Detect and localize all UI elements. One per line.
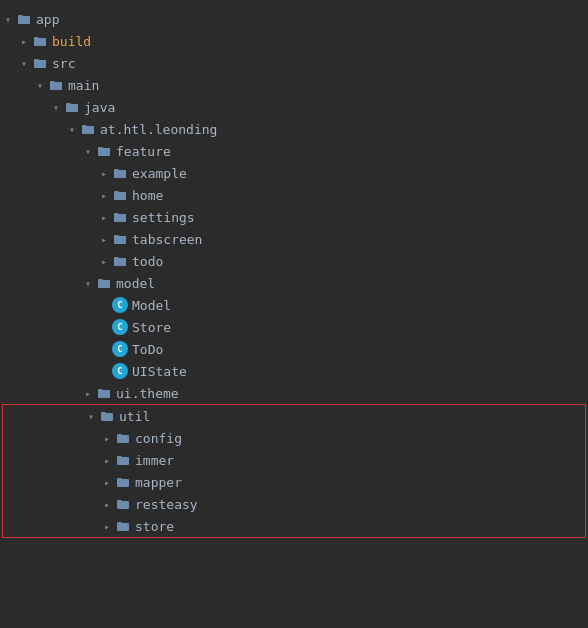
folder-icon <box>115 476 131 489</box>
folder-icon <box>80 123 96 136</box>
folder-icon <box>115 520 131 533</box>
tree-item-java[interactable]: ▾ java <box>0 96 588 118</box>
class-icon: C <box>112 297 128 313</box>
chevron-down-icon[interactable]: ▾ <box>48 102 64 113</box>
tree-item-settings[interactable]: ▸ settings <box>0 206 588 228</box>
chevron-right-icon[interactable]: ▸ <box>99 477 115 488</box>
tree-item-mapper[interactable]: ▸ mapper <box>3 471 585 493</box>
tree-item-Model[interactable]: CModel <box>0 294 588 316</box>
chevron-right-icon[interactable]: ▸ <box>96 256 112 267</box>
tree-item-build[interactable]: ▸ build <box>0 30 588 52</box>
tree-item-label: feature <box>116 144 171 159</box>
tree-item-label: config <box>135 431 182 446</box>
tree-item-app[interactable]: ▾ app <box>0 8 588 30</box>
folder-icon <box>115 454 131 467</box>
tree-item-label: home <box>132 188 163 203</box>
tree-item-util[interactable]: ▾ util <box>3 405 585 427</box>
chevron-right-icon[interactable]: ▸ <box>80 388 96 399</box>
tree-item-label: util <box>119 409 150 424</box>
tree-item-label: tabscreen <box>132 232 202 247</box>
tree-item-immer[interactable]: ▸ immer <box>3 449 585 471</box>
file-tree: ▾ app▸ build▾ src▾ main▾ java▾ at.htl.le… <box>0 0 588 546</box>
tree-item-main[interactable]: ▾ main <box>0 74 588 96</box>
tree-item-home[interactable]: ▸ home <box>0 184 588 206</box>
chevron-right-icon[interactable]: ▸ <box>96 168 112 179</box>
chevron-down-icon[interactable]: ▾ <box>0 14 16 25</box>
folder-icon <box>112 255 128 268</box>
tree-item-src[interactable]: ▾ src <box>0 52 588 74</box>
folder-icon <box>96 145 112 158</box>
chevron-right-icon[interactable]: ▸ <box>99 433 115 444</box>
tree-item-feature[interactable]: ▾ feature <box>0 140 588 162</box>
tree-item-label: ToDo <box>132 342 163 357</box>
chevron-down-icon[interactable]: ▾ <box>16 58 32 69</box>
class-icon: C <box>112 341 128 357</box>
tree-item-at_htl_leonding[interactable]: ▾ at.htl.leonding <box>0 118 588 140</box>
folder-icon <box>96 277 112 290</box>
tree-item-resteasy[interactable]: ▸ resteasy <box>3 493 585 515</box>
folder-icon <box>112 233 128 246</box>
tree-item-label: model <box>116 276 155 291</box>
class-icon: C <box>112 363 128 379</box>
chevron-down-icon[interactable]: ▾ <box>80 278 96 289</box>
tree-item-store[interactable]: ▸ store <box>3 515 585 537</box>
folder-icon <box>99 410 115 423</box>
tree-item-label: build <box>52 34 91 49</box>
tree-item-label: mapper <box>135 475 182 490</box>
folder-icon <box>16 13 32 26</box>
tree-item-label: java <box>84 100 115 115</box>
folder-icon <box>112 189 128 202</box>
tree-item-label: at.htl.leonding <box>100 122 217 137</box>
tree-item-label: example <box>132 166 187 181</box>
tree-item-Store[interactable]: CStore <box>0 316 588 338</box>
tree-item-label: todo <box>132 254 163 269</box>
tree-item-label: Model <box>132 298 171 313</box>
chevron-right-icon[interactable]: ▸ <box>96 212 112 223</box>
tree-item-label: resteasy <box>135 497 198 512</box>
tree-item-ui_theme[interactable]: ▸ ui.theme <box>0 382 588 404</box>
tree-item-ToDo[interactable]: CToDo <box>0 338 588 360</box>
tree-item-label: settings <box>132 210 195 225</box>
tree-item-tabscreen[interactable]: ▸ tabscreen <box>0 228 588 250</box>
chevron-down-icon[interactable]: ▾ <box>83 411 99 422</box>
tree-item-label: UIState <box>132 364 187 379</box>
folder-icon <box>115 498 131 511</box>
folder-icon <box>115 432 131 445</box>
chevron-down-icon[interactable]: ▾ <box>32 80 48 91</box>
chevron-right-icon[interactable]: ▸ <box>96 234 112 245</box>
tree-item-todo[interactable]: ▸ todo <box>0 250 588 272</box>
chevron-down-icon[interactable]: ▾ <box>64 124 80 135</box>
tree-item-label: immer <box>135 453 174 468</box>
folder-icon <box>32 35 48 48</box>
chevron-right-icon[interactable]: ▸ <box>99 455 115 466</box>
folder-icon <box>96 387 112 400</box>
tree-item-label: main <box>68 78 99 93</box>
tree-item-label: ui.theme <box>116 386 179 401</box>
tree-item-example[interactable]: ▸ example <box>0 162 588 184</box>
tree-item-label: app <box>36 12 59 27</box>
folder-icon <box>48 79 64 92</box>
chevron-right-icon[interactable]: ▸ <box>16 36 32 47</box>
folder-icon <box>64 101 80 114</box>
tree-item-model[interactable]: ▾ model <box>0 272 588 294</box>
chevron-right-icon[interactable]: ▸ <box>99 499 115 510</box>
util-section: ▾ util▸ config▸ immer▸ mapper▸ resteasy▸… <box>2 404 586 538</box>
folder-icon <box>112 211 128 224</box>
class-icon: C <box>112 319 128 335</box>
chevron-right-icon[interactable]: ▸ <box>96 190 112 201</box>
chevron-right-icon[interactable]: ▸ <box>99 521 115 532</box>
folder-icon <box>112 167 128 180</box>
tree-item-label: Store <box>132 320 171 335</box>
chevron-down-icon[interactable]: ▾ <box>80 146 96 157</box>
tree-item-UIState[interactable]: CUIState <box>0 360 588 382</box>
tree-item-label: store <box>135 519 174 534</box>
tree-item-label: src <box>52 56 75 71</box>
tree-item-config[interactable]: ▸ config <box>3 427 585 449</box>
folder-icon <box>32 57 48 70</box>
